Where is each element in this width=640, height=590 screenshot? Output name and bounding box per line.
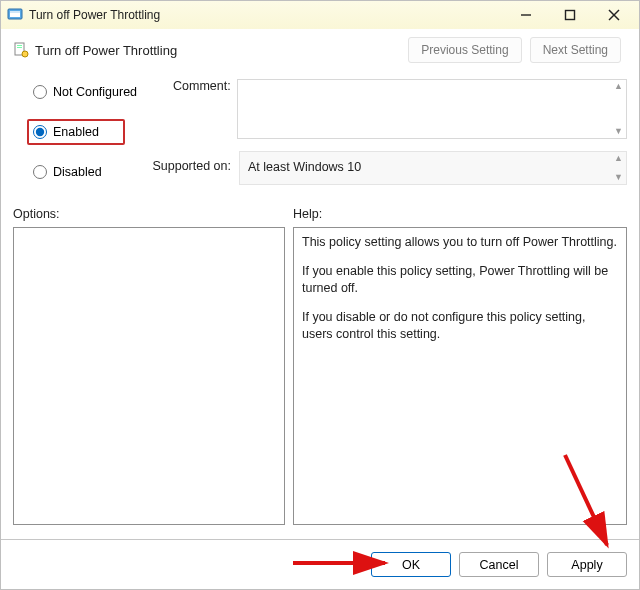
radio-enabled-label: Enabled [53, 125, 99, 139]
content-area: Not Configured Enabled Disabled Comment:… [1, 65, 639, 193]
scroll-down-icon: ▼ [614, 127, 624, 136]
svg-rect-8 [17, 45, 22, 46]
comment-label: Comment: [173, 79, 237, 93]
apply-button[interactable]: Apply [547, 552, 627, 577]
lower-panels: Options: Help: This policy setting allow… [1, 207, 639, 525]
radio-not-configured[interactable]: Not Configured [33, 85, 173, 99]
svg-rect-2 [10, 11, 20, 13]
policy-item-icon [13, 42, 29, 58]
help-box: This policy setting allows you to turn o… [293, 227, 627, 525]
options-box [13, 227, 285, 525]
radio-enabled-input[interactable] [33, 125, 47, 139]
close-button[interactable] [599, 5, 629, 25]
supported-on-text: At least Windows 10 [248, 160, 361, 174]
scroll-up-icon: ▲ [614, 154, 624, 163]
window-title: Turn off Power Throttling [29, 8, 511, 22]
help-paragraph: This policy setting allows you to turn o… [302, 234, 618, 251]
svg-rect-4 [566, 11, 575, 20]
radio-enabled[interactable]: Enabled [27, 119, 125, 145]
nav-buttons: Previous Setting Next Setting [408, 37, 621, 63]
help-paragraph: If you enable this policy setting, Power… [302, 263, 618, 297]
dialog-footer: OK Cancel Apply [1, 539, 639, 589]
previous-setting-button[interactable]: Previous Setting [408, 37, 521, 63]
minimize-button[interactable] [511, 5, 541, 25]
svg-point-10 [22, 51, 28, 57]
policy-icon [7, 7, 23, 23]
window-buttons [511, 5, 629, 25]
options-label: Options: [13, 207, 285, 221]
radio-disabled-label: Disabled [53, 165, 102, 179]
titlebar: Turn off Power Throttling [1, 1, 639, 29]
policy-dialog: Turn off Power Throttling Turn off Power… [0, 0, 640, 590]
subtitle-row: Turn off Power Throttling Previous Setti… [1, 29, 639, 65]
help-paragraph: If you disable or do not configure this … [302, 309, 618, 343]
cancel-button[interactable]: Cancel [459, 552, 539, 577]
radio-disabled-input[interactable] [33, 165, 47, 179]
next-setting-button[interactable]: Next Setting [530, 37, 621, 63]
scroll-up-icon: ▲ [614, 82, 624, 91]
help-label: Help: [293, 207, 627, 221]
maximize-button[interactable] [555, 5, 585, 25]
radio-not-configured-input[interactable] [33, 85, 47, 99]
comment-textarea[interactable]: ▲ ▼ [237, 79, 627, 139]
supported-on-label: Supported on: [147, 151, 239, 173]
radio-not-configured-label: Not Configured [53, 85, 137, 99]
ok-button[interactable]: OK [371, 552, 451, 577]
scroll-down-icon: ▼ [614, 173, 624, 182]
supported-on-box: At least Windows 10 ▲ ▼ [239, 151, 627, 185]
svg-rect-9 [17, 47, 22, 48]
policy-name: Turn off Power Throttling [35, 43, 408, 58]
state-radios: Not Configured Enabled Disabled [13, 69, 173, 193]
